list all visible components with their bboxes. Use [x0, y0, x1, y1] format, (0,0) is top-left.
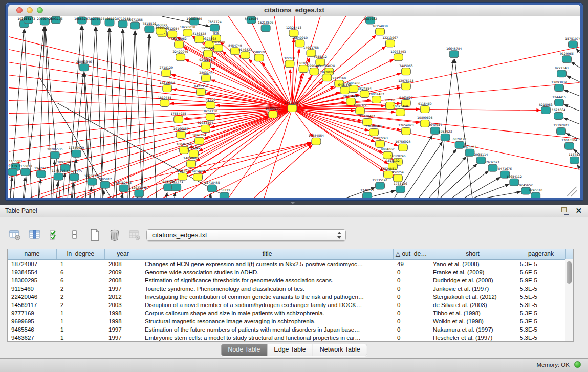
- graph-node[interactable]: [79, 64, 89, 71]
- graph-node[interactable]: [554, 112, 563, 119]
- network-window[interactable]: citations_edges.txt 10355732093173276914…: [5, 2, 583, 201]
- table-cell[interactable]: Tourette syndrome. Phenomenology and cla…: [141, 285, 394, 293]
- table-cell[interactable]: 5.6E-5: [516, 268, 566, 276]
- graph-node[interactable]: [201, 125, 210, 132]
- graph-node[interactable]: [202, 75, 211, 82]
- graph-node[interactable]: [562, 56, 572, 63]
- graph-node[interactable]: [206, 113, 215, 120]
- table-row[interactable]: 1938455462009Genome-wide association stu…: [8, 268, 573, 276]
- table-cell[interactable]: 1: [57, 260, 105, 268]
- graph-node[interactable]: [160, 100, 169, 107]
- graph-node[interactable]: [177, 131, 186, 138]
- table-cell[interactable]: 5.9E-5: [516, 276, 566, 285]
- table-cell[interactable]: 1998: [105, 309, 141, 317]
- table-cell[interactable]: 0: [394, 309, 429, 317]
- table-cell[interactable]: Franke et al. (2009): [429, 268, 516, 276]
- table-cell[interactable]: 0: [394, 317, 429, 325]
- table-cell[interactable]: 5.3E-5: [516, 285, 566, 293]
- graph-node[interactable]: [268, 111, 277, 118]
- graph-node[interactable]: [398, 144, 407, 151]
- column-header-3[interactable]: title: [141, 249, 394, 259]
- table-cell[interactable]: 9777169: [8, 309, 57, 317]
- table-cell[interactable]: 9699695: [8, 317, 57, 325]
- table-cell[interactable]: 5.3E-5: [516, 325, 566, 334]
- graph-node[interactable]: [385, 40, 395, 47]
- table-cell[interactable]: 2009: [105, 268, 141, 276]
- graph-node[interactable]: [70, 173, 79, 181]
- graph-node[interactable]: [183, 29, 192, 36]
- graph-node[interactable]: [164, 184, 173, 191]
- graph-node[interactable]: [396, 108, 405, 116]
- table-cell[interactable]: Nakamura et al. (1997): [429, 325, 516, 334]
- table-cell[interactable]: 1998: [105, 317, 141, 325]
- table-cell[interactable]: 5.3E-5: [516, 260, 566, 268]
- table-row[interactable]: 1872400712008Changes of HCN gene express…: [8, 260, 573, 268]
- graph-node[interactable]: [570, 157, 579, 164]
- table-cell[interactable]: 0: [394, 325, 429, 334]
- graph-node[interactable]: [441, 134, 450, 141]
- table-cell[interactable]: 22420046: [8, 293, 57, 301]
- graph-node[interactable]: [145, 26, 154, 33]
- table-cell[interactable]: 1997: [105, 325, 141, 334]
- graph-node[interactable]: [376, 140, 385, 147]
- graph-node[interactable]: [488, 164, 497, 171]
- graph-node[interactable]: [21, 168, 30, 176]
- table-cell[interactable]: Tibbo et al. (1998): [429, 309, 516, 317]
- graph-node[interactable]: [54, 173, 63, 180]
- graph-node[interactable]: [356, 107, 365, 115]
- graph-node[interactable]: [557, 127, 566, 135]
- table-cell[interactable]: 0: [394, 301, 429, 309]
- graph-node[interactable]: [254, 54, 264, 61]
- table-cell[interactable]: 2: [57, 285, 105, 293]
- table-cell[interactable]: Stergiakouli et al. (2012): [429, 293, 516, 301]
- graph-node[interactable]: [465, 149, 474, 156]
- graph-node[interactable]: [531, 192, 540, 198]
- graph-node[interactable]: [135, 190, 144, 197]
- graph-node[interactable]: [241, 52, 250, 59]
- graph-node[interactable]: [204, 50, 213, 57]
- table-cell[interactable]: 9115460: [8, 285, 57, 293]
- graph-node[interactable]: [8, 168, 17, 176]
- graph-node[interactable]: [555, 99, 564, 106]
- table-cell[interactable]: Corpus callosum shape and size in male p…: [141, 309, 394, 317]
- graph-node[interactable]: [261, 25, 270, 32]
- graph-node[interactable]: [322, 74, 332, 81]
- graph-node[interactable]: [349, 85, 358, 93]
- graph-node[interactable]: [207, 185, 216, 192]
- table-cell[interactable]: Estimation of the future numbers of pati…: [141, 325, 394, 334]
- graph-node[interactable]: [340, 87, 350, 94]
- graph-node[interactable]: [100, 181, 110, 188]
- graph-node[interactable]: [384, 171, 393, 178]
- graph-node[interactable]: [449, 51, 459, 58]
- table-cell[interactable]: 5.3E-5: [516, 317, 566, 325]
- graph-node[interactable]: [195, 137, 204, 144]
- graph-node[interactable]: [88, 178, 97, 185]
- table-cell[interactable]: 1997: [105, 285, 141, 293]
- table-row[interactable]: 911546021997Tourette syndrome. Phenomeno…: [8, 285, 573, 293]
- table-cell[interactable]: Yano et al. (2008): [429, 260, 516, 268]
- table-cell[interactable]: Hescheler et al. (1997): [429, 334, 516, 342]
- graph-node[interactable]: [176, 54, 185, 61]
- graph-node[interactable]: [193, 173, 203, 181]
- graph-node[interactable]: [394, 54, 403, 61]
- table-cell[interactable]: Jankovic et al. (1997): [429, 285, 516, 293]
- graph-node[interactable]: [401, 83, 410, 90]
- graph-hub-node[interactable]: [288, 105, 297, 112]
- tab-edge-table[interactable]: Edge Table: [267, 344, 313, 356]
- graph-node[interactable]: [393, 174, 402, 182]
- graph-node[interactable]: [162, 70, 171, 77]
- graph-node[interactable]: [130, 22, 140, 29]
- new-file-icon[interactable]: [88, 228, 101, 242]
- trash-icon[interactable]: [108, 228, 121, 242]
- table-cell[interactable]: 1: [57, 317, 105, 325]
- graph-node[interactable]: [36, 170, 46, 178]
- table-cell[interactable]: 0: [394, 276, 429, 285]
- graph-node[interactable]: [172, 184, 181, 191]
- table-cell[interactable]: 9463627: [8, 334, 57, 342]
- table-cell[interactable]: 0: [394, 268, 429, 276]
- graph-node[interactable]: [285, 60, 294, 68]
- table-cell[interactable]: 19384554: [8, 268, 57, 276]
- table-cell[interactable]: 2012: [105, 293, 141, 301]
- table-row[interactable]: 969969511998Structural magnetic resonanc…: [8, 317, 573, 325]
- table-cell[interactable]: Embryonic stem cells: a model to study s…: [141, 334, 394, 342]
